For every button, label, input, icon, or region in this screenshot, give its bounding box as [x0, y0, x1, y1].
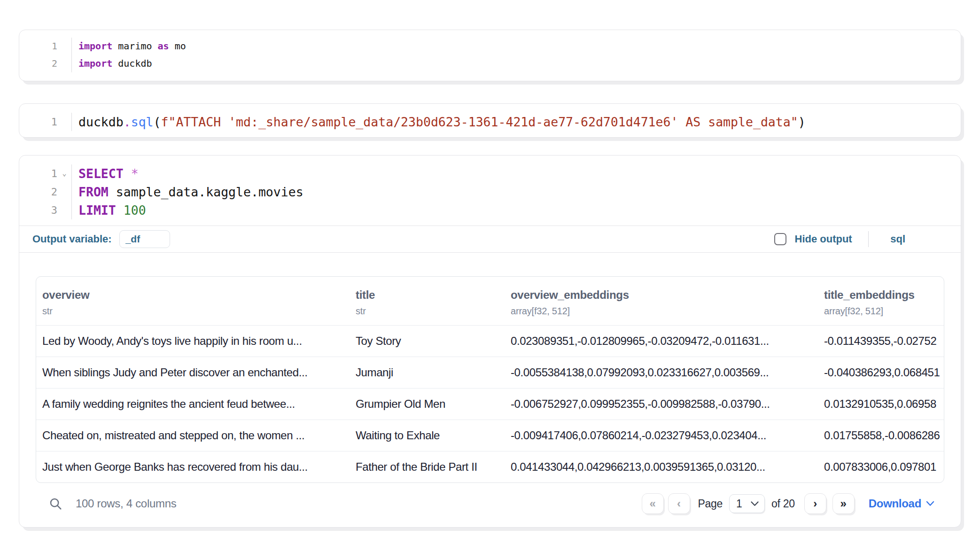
code-token: as: [158, 40, 169, 52]
column-name: overview_embeddings: [511, 288, 813, 302]
line-number-gutter: 1⌄23: [19, 164, 72, 219]
table-cell[interactable]: A family wedding reignites the ancient f…: [36, 389, 350, 420]
table-cell[interactable]: Grumpier Old Men: [350, 389, 505, 420]
line-number: 2: [19, 55, 71, 72]
code-token: SELECT: [78, 166, 124, 181]
column-type: str: [356, 306, 500, 317]
code-token: duckdb: [112, 58, 152, 69]
table-row[interactable]: A family wedding reignites the ancient f…: [36, 388, 944, 420]
prev-page-button[interactable]: ‹: [668, 493, 690, 514]
table-cell[interactable]: 0.007833006,0.097801: [818, 451, 944, 482]
column-header-overview[interactable]: overviewstr: [36, 277, 350, 325]
code-token: ): [798, 115, 806, 129]
table-cell[interactable]: 0.01755858,-0.0086286: [818, 420, 944, 451]
code-token: import: [78, 40, 112, 52]
column-type: str: [42, 306, 345, 317]
prev-page-icon: ‹: [677, 497, 681, 510]
first-page-button[interactable]: «: [642, 493, 664, 514]
table-row[interactable]: Led by Woody, Andy's toys live happily i…: [36, 325, 944, 357]
table-cell[interactable]: -0.006752927,0.099952355,-0.009982588,-0…: [505, 389, 818, 420]
column-header-overview_embeddings[interactable]: overview_embeddingsarray[f32, 512]: [505, 277, 818, 325]
last-page-icon: »: [840, 497, 847, 510]
code-editor[interactable]: 1 duckdb.sql(f"ATTACH 'md:_share/sample_…: [19, 104, 961, 137]
column-name: overview: [42, 288, 345, 302]
table-row[interactable]: Just when George Banks has recovered fro…: [36, 451, 944, 482]
code-content[interactable]: SELECT *FROM sample_data.kaggle.moviesLI…: [72, 164, 961, 219]
table-row[interactable]: Cheated on, mistreated and stepped on, t…: [36, 420, 944, 451]
code-token: duckdb: [78, 115, 124, 129]
code-line[interactable]: FROM sample_data.kaggle.movies: [78, 183, 961, 201]
table-cell[interactable]: Cheated on, mistreated and stepped on, t…: [36, 420, 350, 451]
notebook-cell-attach[interactable]: 1 duckdb.sql(f"ATTACH 'md:_share/sample_…: [19, 103, 961, 138]
toolbar-divider: [868, 231, 869, 247]
table-row[interactable]: When siblings Judy and Peter discover an…: [36, 357, 944, 388]
language-label-sql[interactable]: sql: [890, 233, 905, 245]
next-page-button[interactable]: ›: [804, 493, 826, 514]
code-token: import: [78, 58, 112, 69]
line-number: 2: [19, 183, 71, 201]
code-token: 100: [124, 203, 146, 218]
column-header-title_embeddings[interactable]: title_embeddingsarray[f32, 512]: [818, 277, 944, 325]
code-content[interactable]: import marimo as moimport duckdb: [72, 38, 961, 72]
output-variable-input[interactable]: [119, 230, 170, 248]
code-token: (: [154, 115, 161, 129]
column-name: title_embeddings: [824, 288, 939, 302]
page-select[interactable]: 1: [729, 494, 765, 513]
table-cell[interactable]: Led by Woody, Andy's toys live happily i…: [36, 326, 350, 357]
code-token: mo: [169, 40, 186, 52]
code-token: f"ATTACH 'md:_share/sample_data/23b0d623…: [161, 115, 798, 129]
line-number-gutter: 1: [19, 113, 72, 131]
column-header-title[interactable]: titlestr: [350, 277, 505, 325]
table-cell[interactable]: -0.040386293,0.068451: [818, 357, 944, 388]
output-variable-label: Output variable:: [32, 233, 112, 245]
column-type: array[f32, 512]: [511, 306, 813, 317]
row-count-status: 100 rows, 4 columns: [76, 497, 176, 510]
sql-cell-toolbar: Output variable: Hide output sql: [19, 226, 961, 253]
table-cell[interactable]: Toy Story: [350, 326, 505, 357]
code-editor[interactable]: 1⌄23 SELECT *FROM sample_data.kaggle.mov…: [19, 156, 961, 226]
chevron-down-icon: [926, 501, 934, 506]
line-number: 1: [19, 38, 71, 55]
fold-chevron-down-icon[interactable]: ⌄: [57, 164, 71, 183]
code-line[interactable]: import duckdb: [78, 55, 961, 72]
table-cell[interactable]: 0.0132910535,0.06958: [818, 389, 944, 420]
table-cell[interactable]: -0.0055384138,0.07992093,0.023316627,0.0…: [505, 357, 818, 388]
code-content[interactable]: duckdb.sql(f"ATTACH 'md:_share/sample_da…: [72, 113, 961, 131]
notebook-cell-sql[interactable]: 1⌄23 SELECT *FROM sample_data.kaggle.mov…: [19, 155, 961, 528]
table-cell[interactable]: When siblings Judy and Peter discover an…: [36, 357, 350, 388]
code-token: LIMIT: [78, 203, 116, 218]
table-cell[interactable]: Jumanji: [350, 357, 505, 388]
last-page-button[interactable]: »: [832, 493, 855, 514]
hide-output-label[interactable]: Hide output: [795, 233, 852, 245]
table-cell[interactable]: Just when George Banks has recovered fro…: [36, 451, 350, 482]
table-body: Led by Woody, Andy's toys live happily i…: [36, 325, 944, 482]
notebook-cell-imports[interactable]: 12 import marimo as moimport duckdb: [19, 30, 961, 81]
line-number: 1⌄: [19, 164, 71, 183]
code-line[interactable]: import marimo as mo: [78, 38, 961, 55]
line-number-gutter: 12: [19, 38, 72, 72]
hide-output-checkbox[interactable]: [774, 233, 786, 245]
code-token: sql: [131, 115, 154, 129]
code-line[interactable]: LIMIT 100: [78, 201, 961, 219]
table-cell[interactable]: -0.009417406,0.07860214,-0.023279453,0.0…: [505, 420, 818, 451]
dataframe-table: overviewstrtitlestroverview_embeddingsar…: [36, 276, 944, 483]
search-button[interactable]: [48, 497, 62, 511]
code-token: [124, 166, 131, 181]
code-token: .: [124, 115, 131, 129]
column-name: title: [356, 288, 500, 302]
code-line[interactable]: duckdb.sql(f"ATTACH 'md:_share/sample_da…: [78, 113, 961, 131]
table-cell[interactable]: 0.023089351,-0.012809965,-0.03209472,-0.…: [505, 326, 818, 357]
download-button[interactable]: Download: [869, 497, 934, 510]
table-cell[interactable]: Waiting to Exhale: [350, 420, 505, 451]
line-number: 3: [19, 201, 71, 219]
code-editor[interactable]: 12 import marimo as moimport duckdb: [19, 30, 961, 81]
table-cell[interactable]: -0.011439355,-0.02752: [818, 326, 944, 357]
table-header-row: overviewstrtitlestroverview_embeddingsar…: [36, 277, 944, 325]
download-label: Download: [869, 497, 921, 510]
code-line[interactable]: SELECT *: [78, 164, 961, 183]
search-icon: [48, 497, 62, 511]
column-type: array[f32, 512]: [824, 306, 939, 317]
code-token: sample_data.kaggle.movies: [109, 185, 303, 199]
table-cell[interactable]: 0.041433044,0.042966213,0.0039591365,0.0…: [505, 451, 818, 482]
table-cell[interactable]: Father of the Bride Part II: [350, 451, 505, 482]
